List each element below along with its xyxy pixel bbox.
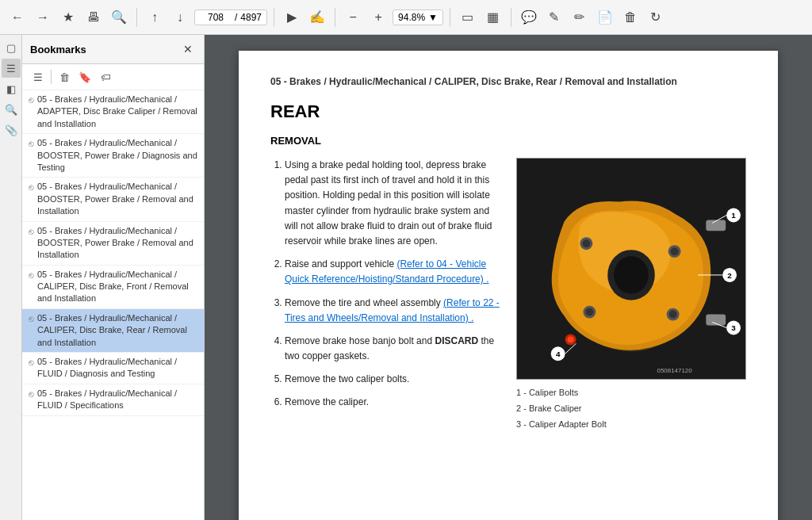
search-panel-button[interactable]: 🔍 (2, 100, 21, 119)
tag-bookmark-button[interactable]: 🏷 (96, 67, 115, 86)
bookmark-item-2[interactable]: ⎋ 05 - Brakes / Hydraulic/Mechanical / B… (22, 134, 204, 178)
caption-3: 3 - Caliper Adapter Bolt (516, 419, 746, 429)
separator-2 (274, 8, 274, 27)
bookmark-item-8[interactable]: ⎋ 05 - Brakes / Hydraulic/Mechanical / F… (22, 384, 204, 416)
bookmark-text-6: 05 - Brakes / Hydraulic/Mechanical / CAL… (37, 312, 199, 349)
step-3: Remove the tire and wheel assembly (Refe… (285, 296, 500, 326)
back-button[interactable]: ← (6, 6, 29, 29)
svg-point-11 (669, 311, 677, 319)
doc-image-container: 1 2 3 4 (516, 158, 746, 435)
image-captions: 1 - Caliper Bolts 2 - Brake Caliper 3 - … (516, 388, 746, 429)
layers-button[interactable]: ◧ (2, 79, 21, 98)
search-button[interactable]: 🔍 (108, 6, 130, 29)
svg-text:4: 4 (556, 350, 561, 358)
hand-tool[interactable]: ✍ (306, 6, 328, 29)
bookmark-text-4: 05 - Brakes / Hydraulic/Mechanical / BOO… (37, 225, 199, 262)
print-button[interactable]: 🖶 (82, 6, 105, 29)
step-3-link[interactable]: (Refer to 22 - Tires and Wheels/Removal … (285, 297, 500, 323)
bookmark-text-7: 05 - Brakes / Hydraulic/Mechanical / FLU… (37, 356, 199, 380)
step-4-bold: DISCARD (435, 335, 478, 346)
bookmark-icon-7: ⎋ (29, 357, 34, 369)
bookmark-item-5[interactable]: ⎋ 05 - Brakes / Hydraulic/Mechanical / C… (22, 266, 204, 309)
bookmark-item-7[interactable]: ⎋ 05 - Brakes / Hydraulic/Mechanical / F… (22, 353, 204, 384)
zoom-value: 94.8% (398, 12, 425, 23)
svg-text:3: 3 (731, 323, 736, 332)
page-nav: 708 / 4897 (194, 10, 267, 25)
zoom-dropdown-icon[interactable]: ▼ (428, 12, 438, 23)
pdf-page: 05 - Brakes / Hydraulic/Mechanical / CAL… (239, 51, 778, 520)
zoom-display: 94.8% ▼ (393, 10, 443, 25)
svg-point-9 (585, 308, 593, 316)
bookmark-item-1[interactable]: ⎋ 05 - Brakes / Hydraulic/Mechanical / A… (22, 90, 204, 134)
page-separator: / (235, 12, 237, 23)
doc-steps: Using a brake pedal holding tool, depres… (270, 158, 500, 435)
next-page-button[interactable]: ↓ (169, 6, 191, 29)
step-6: Remove the caliper. (285, 395, 500, 410)
bookmark-text-5: 05 - Brakes / Hydraulic/Mechanical / CAL… (37, 269, 199, 305)
steps-list: Using a brake pedal holding tool, depres… (270, 158, 500, 411)
bookmarks-sidebar: Bookmarks ✕ ☰ 🗑 🔖 🏷 ⎋ 05 - Brakes / Hydr… (22, 35, 205, 520)
left-panel: ▢ ☰ ◧ 🔍 📎 (0, 35, 22, 520)
bookmark-icon-3: ⎋ (29, 182, 34, 193)
cursor-tool[interactable]: ▶ (281, 6, 303, 29)
separator-1 (136, 8, 137, 27)
step-1: Using a brake pedal holding tool, depres… (285, 158, 500, 249)
brake-caliper-image: 1 2 3 4 (516, 158, 746, 380)
bookmark-item-6[interactable]: ⎋ 05 - Brakes / Hydraulic/Mechanical / C… (22, 309, 204, 353)
bookmark-text-8: 05 - Brakes / Hydraulic/Mechanical / FLU… (37, 388, 199, 412)
highlight-button[interactable]: ✏ (569, 6, 591, 29)
new-bookmark-button[interactable]: 🔖 (75, 67, 94, 86)
zoom-in-button[interactable]: + (367, 6, 389, 29)
doc-subsection: REMOVAL (270, 135, 746, 147)
close-sidebar-button[interactable]: ✕ (180, 41, 196, 57)
delete-button[interactable]: 🗑 (619, 6, 642, 29)
svg-point-5 (582, 239, 590, 247)
separator-3 (335, 8, 335, 27)
main-layout: ▢ ☰ ◧ 🔍 📎 Bookmarks ✕ ☰ 🗑 🔖 🏷 ⎋ 05 - Bra… (0, 35, 812, 520)
svg-point-7 (671, 247, 679, 255)
svg-text:2: 2 (727, 271, 732, 280)
select-tool[interactable]: ▦ (482, 6, 504, 29)
caption-3-text: 3 - Caliper Adapter Bolt (516, 419, 607, 429)
rotate-button[interactable]: ↻ (645, 6, 667, 29)
content-area[interactable]: 05 - Brakes / Hydraulic/Mechanical / CAL… (205, 35, 812, 520)
bookmark-text-1: 05 - Brakes / Hydraulic/Mechanical / ADA… (37, 94, 199, 130)
page-total: 4897 (240, 12, 262, 23)
step-2-link[interactable]: (Refer to 04 - Vehicle Quick Reference/H… (285, 258, 488, 285)
toolbar: ← → ★ 🖶 🔍 ↑ ↓ 708 / 4897 ▶ ✍ − + 94.8% ▼… (0, 0, 812, 35)
doc-content-row: Using a brake pedal holding tool, depres… (270, 158, 746, 435)
sidebar-toolbar: ☰ 🗑 🔖 🏷 (22, 64, 204, 90)
bookmark-item-3[interactable]: ⎋ 05 - Brakes / Hydraulic/Mechanical / B… (22, 178, 204, 221)
page-input[interactable]: 708 (200, 12, 232, 23)
bookmark-icon-6: ⎋ (29, 313, 34, 325)
step-5: Remove the two caliper bolts. (285, 372, 500, 387)
prev-page-button[interactable]: ↑ (144, 6, 166, 29)
delete-bookmark-button[interactable]: 🗑 (55, 67, 74, 86)
bookmark-button[interactable]: ★ (57, 6, 79, 29)
separator-5 (511, 8, 511, 27)
separator-4 (450, 8, 450, 27)
step-2: Raise and support vehicle (Refer to 04 -… (285, 257, 500, 287)
bookmark-icon-1: ⎋ (29, 94, 34, 106)
bookmark-item-4[interactable]: ⎋ 05 - Brakes / Hydraulic/Mechanical / B… (22, 222, 204, 266)
bookmark-list: ⎋ 05 - Brakes / Hydraulic/Mechanical / A… (22, 90, 204, 520)
list-view-button[interactable]: ☰ (29, 67, 48, 86)
sidebar-sep (51, 70, 52, 84)
bookmarks-button[interactable]: ☰ (2, 59, 21, 78)
doc-breadcrumb: 05 - Brakes / Hydraulic/Mechanical / CAL… (270, 75, 746, 89)
svg-text:0508147120: 0508147120 (657, 367, 693, 374)
zoom-out-button[interactable]: − (342, 6, 364, 29)
stamp-button[interactable]: 📄 (594, 6, 616, 29)
caption-2-text: 2 - Brake Caliper (516, 403, 582, 413)
svg-point-17 (568, 336, 574, 342)
bookmark-icon-4: ⎋ (29, 226, 34, 238)
comment-button[interactable]: 💬 (518, 6, 540, 29)
caption-1-text: 1 - Caliper Bolts (516, 388, 578, 397)
thumbnails-button[interactable]: ▢ (2, 38, 21, 57)
attachments-button[interactable]: 📎 (2, 120, 21, 140)
draw-button[interactable]: ✎ (543, 6, 565, 29)
svg-text:1: 1 (731, 211, 736, 220)
doc-section-title: REAR (270, 101, 746, 122)
forward-button[interactable]: → (32, 6, 54, 29)
fit-page-button[interactable]: ▭ (457, 6, 479, 29)
